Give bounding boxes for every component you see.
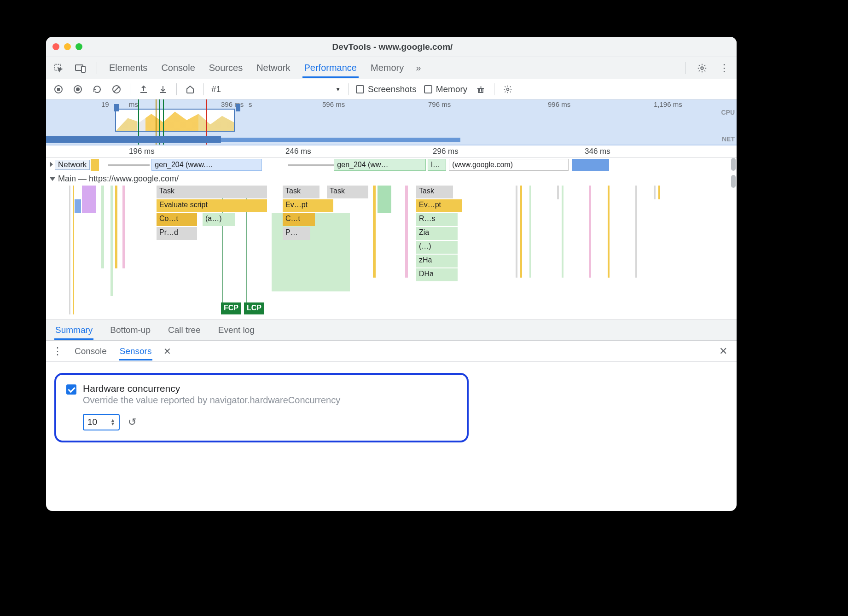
tabs-overflow-button[interactable]: » [416,63,421,73]
flame-block[interactable]: Ev…pt [283,199,333,212]
scrollbar-thumb[interactable] [731,175,736,188]
performance-toolbar: #1 ▼ Screenshots Memory [46,79,737,99]
flame-block[interactable]: Zia [416,227,458,240]
tab-sources[interactable]: Sources [207,58,244,78]
flame-block[interactable]: zHa [416,255,458,267]
detail-tick: 196 ms [129,147,155,156]
drawer-tab-sensors[interactable]: Sensors [119,342,153,360]
main-track-header[interactable]: Main — https://www.google.com/ [46,172,737,186]
flame-block[interactable]: DHa [416,268,458,281]
svg-line-9 [114,87,119,92]
sensors-panel: Hardware concurrency Override the value … [46,362,737,455]
selection-handle-left[interactable] [114,104,119,111]
scrollbar-thumb[interactable] [731,158,736,171]
network-request[interactable]: gen_204 (ww… [334,159,426,171]
flame-block[interactable]: C…t [283,213,315,226]
drawer-tab-console[interactable]: Console [74,342,108,360]
minimize-window-button[interactable] [64,43,71,50]
start-profiling-button[interactable] [72,83,84,95]
network-request[interactable]: (www.google.com) [449,159,569,171]
close-drawer-icon[interactable]: ✕ [716,345,730,357]
device-toggle-icon[interactable] [75,62,87,74]
tab-performance[interactable]: Performance [302,58,359,78]
flame-block[interactable]: Task [283,186,319,198]
flame-block[interactable]: (a…) [203,213,235,226]
timeline-overview[interactable]: 19 ms 396 ms s 596 ms 796 ms 996 ms 1,19… [46,99,737,145]
flame-block[interactable]: Evaluate script [157,199,267,212]
tab-call-tree[interactable]: Call tree [167,320,202,340]
flame-block[interactable]: Task [157,186,267,198]
detail-tick: 346 ms [585,147,610,156]
network-items[interactable]: gen_204 (www.… gen_204 (ww… l… (www.goog… [90,158,737,172]
memory-label: Memory [436,84,468,94]
ruler-tick: ms [129,100,138,108]
tab-network[interactable]: Network [255,58,292,78]
net-label: NET [722,135,735,143]
history-home-button[interactable] [184,83,196,95]
hardware-concurrency-input[interactable]: 10 ▲▼ [83,414,120,430]
svg-rect-2 [81,66,85,72]
memory-checkbox[interactable]: Memory [424,84,468,94]
upload-profile-button[interactable] [138,83,150,95]
close-window-button[interactable] [52,43,59,50]
network-request[interactable] [91,159,99,171]
stepper-icon[interactable]: ▲▼ [110,418,115,426]
reset-button[interactable]: ↺ [128,416,136,428]
flame-block[interactable]: Co…t [157,213,197,226]
network-track: Network gen_204 (www.… gen_204 (ww… l… (… [46,157,737,172]
zoom-window-button[interactable] [76,43,82,50]
network-request[interactable] [572,159,609,171]
hardware-concurrency-title: Hardware concurrency [83,383,340,394]
record-button[interactable] [52,83,64,95]
devtools-window: DevTools - www.google.com/ Elements Cons… [46,37,737,511]
flame-block[interactable]: P… [283,227,310,240]
timing-marker[interactable]: LCP [244,302,264,314]
overview-selection[interactable] [115,109,235,132]
overview-ruler: 19 ms 396 ms s 596 ms 796 ms 996 ms 1,19… [46,100,737,109]
drawer-menu-icon[interactable]: ⋮ [52,345,63,357]
network-track-label[interactable]: Network [55,160,90,170]
ruler-tick: 596 ms [322,100,345,108]
ruler-tick: 996 ms [548,100,570,108]
network-request[interactable]: gen_204 (www.… [151,159,262,171]
settings-icon[interactable] [696,62,708,74]
flame-block[interactable]: Pr…d [157,227,197,240]
selection-handle-right[interactable] [236,104,240,111]
tab-event-log[interactable]: Event log [217,320,256,340]
ruler-tick: 1,196 ms [654,100,682,108]
flame-block[interactable]: Task [416,186,453,198]
flame-block[interactable]: R…s [416,213,458,226]
ruler-tick: 19 [101,100,109,108]
flame-chart[interactable]: Main — https://www.google.com/ [46,172,737,320]
tab-summary[interactable]: Summary [54,320,93,340]
kebab-menu-icon[interactable]: ⋮ [718,62,730,74]
flame-block[interactable]: Task [327,186,368,198]
hardware-concurrency-checkbox[interactable] [66,384,76,395]
timing-marker[interactable]: FCP [221,302,241,314]
flame-block[interactable]: (…) [416,241,458,254]
ruler-tick: 796 ms [428,100,451,108]
flame-block[interactable]: Ev…pt [416,199,462,212]
recording-selector[interactable]: #1 ▼ [211,84,341,94]
network-request[interactable]: l… [428,159,446,171]
tab-elements[interactable]: Elements [107,58,149,78]
clear-button[interactable] [110,83,122,95]
detail-tick: 246 ms [285,147,311,156]
screenshots-checkbox[interactable]: Screenshots [356,84,417,94]
download-profile-button[interactable] [157,83,169,95]
detail-tick: 296 ms [433,147,459,156]
collapse-icon [50,177,55,181]
collect-garbage-button[interactable] [475,83,487,95]
close-tab-icon[interactable]: ✕ [163,346,171,357]
tab-bottom-up[interactable]: Bottom-up [109,320,151,340]
inspect-icon[interactable] [52,62,64,74]
screenshots-label: Screenshots [368,84,417,94]
cpu-label: CPU [721,109,735,116]
tab-memory[interactable]: Memory [369,58,406,78]
details-tabstrip: Summary Bottom-up Call tree Event log [46,320,737,341]
reload-record-button[interactable] [91,83,103,95]
tab-console[interactable]: Console [159,58,197,78]
capture-settings-icon[interactable] [502,83,514,95]
svg-point-7 [76,87,80,91]
expand-icon[interactable] [46,161,55,169]
